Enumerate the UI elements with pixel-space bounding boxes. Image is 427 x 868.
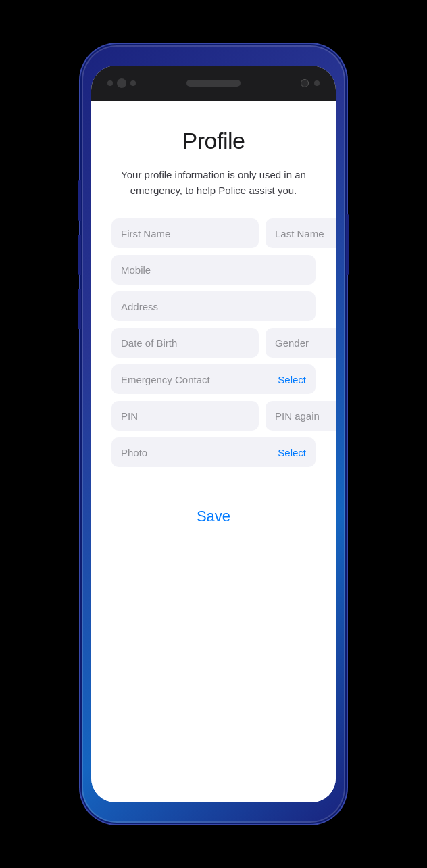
pin-again-input[interactable] xyxy=(266,401,336,431)
dob-input[interactable] xyxy=(111,328,259,358)
phone-top-bar xyxy=(91,66,336,101)
camera-dot xyxy=(301,79,309,87)
photo-select-button[interactable]: Select xyxy=(278,447,306,458)
top-bar-right xyxy=(301,79,320,87)
phone-screen: Profile Your profile information is only… xyxy=(91,66,336,802)
first-name-input[interactable] xyxy=(111,218,259,248)
phone-device: Profile Your profile information is only… xyxy=(82,45,345,823)
last-name-input[interactable] xyxy=(266,218,336,248)
pin-input[interactable] xyxy=(111,401,259,431)
emergency-contact-label: Emergency Contact xyxy=(121,374,210,385)
indicator-dot-2 xyxy=(117,78,126,88)
dob-gender-row xyxy=(111,328,316,358)
indicator-dot-3 xyxy=(130,80,136,86)
save-button[interactable]: Save xyxy=(197,508,230,525)
gender-input[interactable] xyxy=(266,328,336,358)
pin-row xyxy=(111,401,316,431)
mobile-input[interactable] xyxy=(111,255,316,285)
speaker-grille xyxy=(186,80,241,87)
emergency-contact-row: Emergency Contact Select xyxy=(111,364,316,394)
screen-content: Profile Your profile information is only… xyxy=(91,101,336,802)
page-title: Profile xyxy=(182,128,245,154)
top-bar-left xyxy=(107,78,136,88)
emergency-contact-select-button[interactable]: Select xyxy=(278,374,306,385)
name-row xyxy=(111,218,316,248)
profile-form: Emergency Contact Select Photo Select xyxy=(111,218,316,467)
photo-row: Photo Select xyxy=(111,437,316,467)
photo-label: Photo xyxy=(121,447,147,458)
sensor-dot xyxy=(314,80,320,86)
indicator-dot-1 xyxy=(107,80,113,86)
address-input[interactable] xyxy=(111,291,316,321)
page-subtitle: Your profile information is only used in… xyxy=(111,168,316,198)
